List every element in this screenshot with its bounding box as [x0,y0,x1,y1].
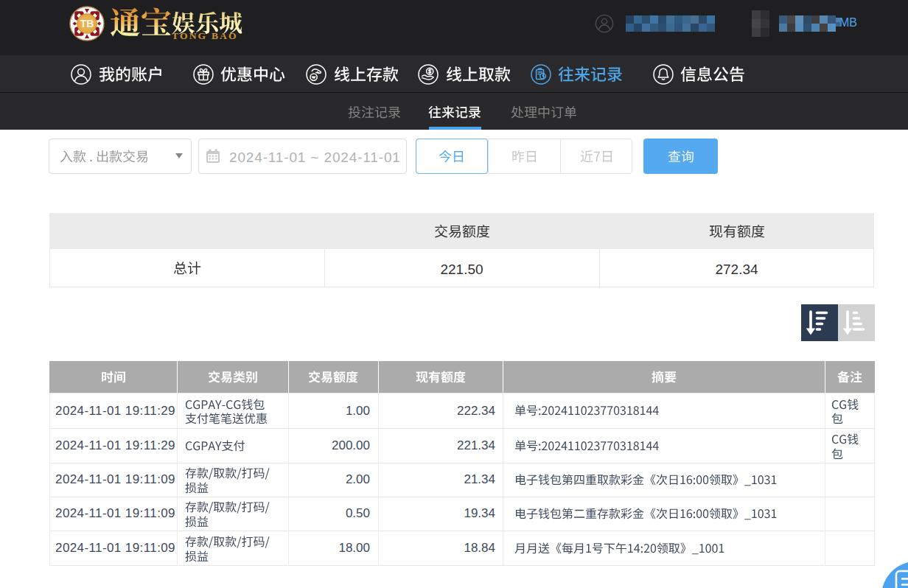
svg-text:TB: TB [80,18,94,29]
